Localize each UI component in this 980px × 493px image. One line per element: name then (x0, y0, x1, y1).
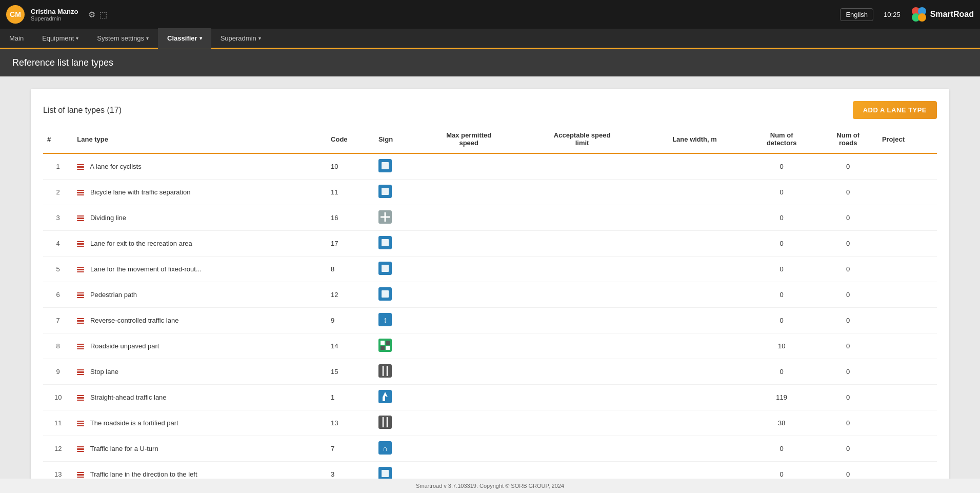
chevron-down-icon: ▾ (146, 35, 149, 41)
table-row: 10 Straight-ahead traffic lane 1 119 0 (43, 385, 937, 410)
edit-icon[interactable] (77, 446, 84, 452)
table-row: 2 Bicycle lane with traffic separation 1… (43, 180, 937, 205)
cell-lane-width (644, 333, 745, 359)
logout-icon[interactable]: ⬚ (99, 10, 107, 19)
cell-sign (374, 282, 418, 308)
svg-rect-7 (382, 188, 389, 195)
cell-num: 10 (43, 385, 73, 410)
content-card: List of lane types (17) ADD A LANE TYPE … (31, 89, 949, 493)
cell-num: 3 (43, 205, 73, 231)
cell-num-detectors: 0 (745, 359, 818, 385)
cell-num-roads: 0 (818, 385, 878, 410)
card-title: List of lane types (17) (43, 106, 122, 115)
nav-item-main[interactable]: Main (0, 28, 33, 49)
cell-sign (374, 333, 418, 359)
cell-project (878, 359, 937, 385)
table-row: 5 Lane for the movement of fixed-rout...… (43, 257, 937, 282)
cell-acceptable-speed (520, 205, 644, 231)
cell-lane-type: Lane for exit to the recreation area (73, 231, 327, 257)
cell-num-detectors: 0 (745, 231, 818, 257)
cell-num-detectors: 0 (745, 282, 818, 308)
cell-acceptable-speed (520, 282, 644, 308)
edit-icon[interactable] (77, 190, 84, 196)
col-num-detectors: Num ofdetectors (745, 127, 818, 153)
nav-bar: Main Equipment ▾ System settings ▾ Class… (0, 29, 980, 49)
add-lane-type-button[interactable]: ADD A LANE TYPE (853, 101, 937, 119)
cell-max-speed (418, 257, 520, 282)
cell-lane-type: Dividing line (73, 205, 327, 231)
cell-lane-width (644, 436, 745, 462)
cell-num-roads: 0 (818, 231, 878, 257)
cell-num: 12 (43, 436, 73, 462)
cell-lane-type: Roadside unpaved part (73, 333, 327, 359)
cell-num-roads: 0 (818, 333, 878, 359)
cell-code: 13 (327, 410, 374, 436)
edit-icon[interactable] (77, 292, 84, 299)
cell-num-roads: 0 (818, 153, 878, 180)
svg-rect-29 (378, 416, 392, 429)
edit-icon[interactable] (77, 472, 84, 478)
cell-project (878, 180, 937, 205)
col-project: Project (878, 127, 937, 153)
cell-num: 4 (43, 231, 73, 257)
settings-icon[interactable]: ⚙ (88, 10, 95, 19)
edit-icon[interactable] (77, 395, 84, 401)
svg-rect-23 (386, 346, 390, 350)
cell-acceptable-speed (520, 333, 644, 359)
cell-project (878, 385, 937, 410)
table-row: 3 Dividing line 16 0 0 (43, 205, 937, 231)
edit-icon[interactable] (77, 318, 84, 324)
cell-num: 5 (43, 257, 73, 282)
nav-item-system-settings[interactable]: System settings ▾ (88, 28, 158, 49)
edit-icon[interactable] (77, 164, 84, 170)
cell-lane-type: Pedestrian path (73, 282, 327, 308)
cell-lane-type: Reverse-controlled traffic lane (73, 308, 327, 333)
cell-lane-type: Bicycle lane with traffic separation (73, 180, 327, 205)
cell-acceptable-speed (520, 153, 644, 180)
svg-rect-12 (382, 239, 389, 246)
cell-num: 2 (43, 180, 73, 205)
cell-sign (374, 231, 418, 257)
cell-num-detectors: 0 (745, 308, 818, 333)
cell-lane-width (644, 257, 745, 282)
edit-icon[interactable] (77, 344, 84, 350)
table-row: 7 Reverse-controlled traffic lane 9 ↕ 0 … (43, 308, 937, 333)
edit-icon[interactable] (77, 421, 84, 427)
nav-item-classifier[interactable]: Classifier ▾ (158, 28, 211, 49)
cell-code: 14 (327, 333, 374, 359)
cell-code: 12 (327, 282, 374, 308)
cell-acceptable-speed (520, 257, 644, 282)
edit-icon[interactable] (77, 369, 84, 376)
cell-max-speed (418, 180, 520, 205)
edit-icon[interactable] (77, 215, 84, 222)
cell-project (878, 231, 937, 257)
cell-project (878, 333, 937, 359)
chevron-down-icon: ▾ (76, 35, 78, 41)
cell-lane-type: A lane for cyclists (73, 153, 327, 180)
edit-icon[interactable] (77, 241, 84, 247)
cell-num-detectors: 10 (745, 333, 818, 359)
cell-num-roads: 0 (818, 282, 878, 308)
cell-lane-width (644, 308, 745, 333)
cell-max-speed (418, 282, 520, 308)
cell-lane-type: The roadside is a fortified part (73, 410, 327, 436)
cell-acceptable-speed (520, 180, 644, 205)
cell-code: 9 (327, 308, 374, 333)
edit-icon[interactable] (77, 267, 84, 273)
cell-code: 15 (327, 359, 374, 385)
cell-lane-width (644, 205, 745, 231)
cell-sign (374, 180, 418, 205)
footer-text: Smartroad v 3.7.103319. Copyright © SORB… (416, 483, 564, 489)
language-selector[interactable]: English (840, 8, 873, 21)
nav-item-superadmin[interactable]: Superadmin ▾ (211, 28, 270, 49)
cell-lane-width (644, 231, 745, 257)
cell-max-speed (418, 385, 520, 410)
svg-rect-20 (381, 341, 385, 345)
top-bar-icons: ⚙ ⬚ (88, 10, 107, 19)
col-max-speed: Max permittedspeed (418, 127, 520, 153)
nav-item-equipment[interactable]: Equipment ▾ (33, 28, 88, 49)
table-row: 4 Lane for exit to the recreation area 1… (43, 231, 937, 257)
col-num-roads: Num ofroads (818, 127, 878, 153)
cell-sign: ∩ (374, 436, 418, 462)
cell-num-roads: 0 (818, 410, 878, 436)
